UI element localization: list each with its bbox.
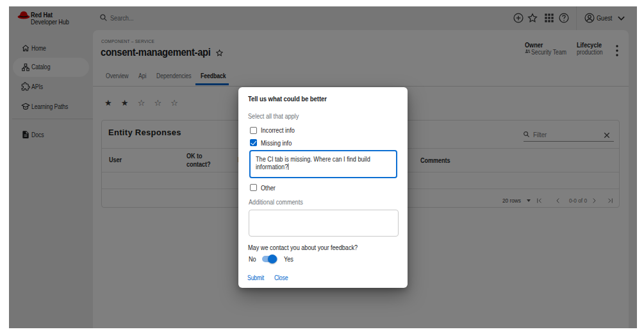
modal-subtitle: Select all that apply: [248, 112, 299, 120]
feedback-text-wrap: The CI tab is missing. Where can I find …: [256, 155, 391, 171]
contact-toggle-thumb[interactable]: [268, 255, 277, 263]
submit-button[interactable]: Submit: [247, 274, 264, 281]
toggle-label-yes: Yes: [284, 255, 293, 263]
checkbox-other[interactable]: [250, 184, 257, 191]
checkbox-incorrect-info[interactable]: [250, 127, 257, 134]
screenshot-stage: Search... Guest Red Hat Developer Hub Ho…: [0, 0, 644, 334]
checkbox-missing-info[interactable]: [250, 139, 257, 146]
checkbox-label[interactable]: Missing info: [261, 139, 292, 147]
modal-title: Tell us what could be better: [248, 95, 327, 103]
feedback-modal: Tell us what could be better Select all …: [238, 87, 408, 288]
checkbox-label[interactable]: Other: [261, 184, 276, 192]
additional-comments-textarea[interactable]: [249, 210, 399, 237]
additional-comments-label: Additional comments: [249, 198, 303, 206]
contact-question: May we contact you about your feedback?: [248, 244, 358, 251]
feedback-textarea[interactable]: The CI tab is missing. Where can I find …: [249, 150, 397, 178]
toggle-label-no: No: [249, 255, 256, 263]
app-window: Search... Guest Red Hat Developer Hub Ho…: [9, 6, 637, 328]
feedback-text: The CI tab is missing. Where can I find …: [256, 155, 370, 171]
checkbox-label[interactable]: Incorrect info: [261, 126, 295, 134]
close-button[interactable]: Close: [274, 274, 288, 281]
text-cursor: [288, 163, 288, 170]
